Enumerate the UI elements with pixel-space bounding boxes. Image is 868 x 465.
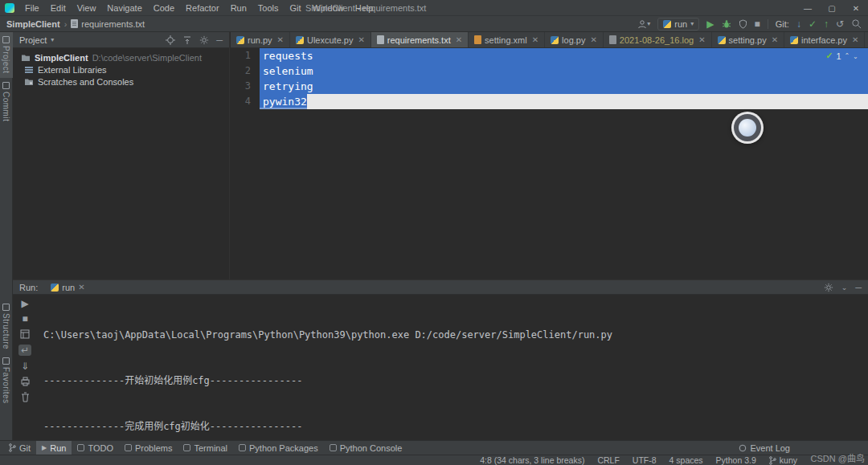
soft-wrap-icon[interactable]: ↵ [18, 345, 31, 356]
project-panel-header: Project ▾ ─ [13, 32, 229, 48]
tab-2021-08-26-log[interactable]: 2021-08-26_16.log ✕ [604, 32, 712, 47]
status-bar: 4:8 (34 chars, 3 line breaks) CRLF UTF-8… [0, 455, 868, 465]
stripe-favorites-button[interactable]: Favorites [0, 353, 13, 408]
stop-button[interactable]: ■ [755, 19, 760, 29]
text-editor[interactable]: 1 requests 2 selenium 3 retrying 4 pywin… [231, 48, 868, 279]
hide-panel-icon[interactable]: ─ [216, 35, 223, 45]
coverage-button[interactable] [739, 19, 747, 29]
tab-requirements-txt[interactable]: requirements.txt ✕ [371, 32, 469, 47]
tab-interface-py[interactable]: interface.py ✕ [784, 32, 865, 47]
editor-line[interactable]: 2 selenium [231, 63, 868, 79]
project-root-name: SimpleClient [35, 53, 88, 63]
tree-item-project-root[interactable]: SimpleClient D:\code\server\SimpleClient [13, 51, 229, 63]
toolwindow-git-button[interactable]: Git [3, 441, 36, 455]
editor-line[interactable]: 3 retrying [231, 79, 868, 94]
close-tab-icon[interactable]: ✕ [456, 35, 462, 44]
toolwindow-python-packages-button[interactable]: Python Packages [233, 441, 324, 455]
stripe-project-button[interactable]: Project [0, 32, 13, 78]
prev-problem-icon[interactable]: ⌃ [845, 52, 850, 59]
run-toolbar: ▾ run ▾ ▶ ■ Git: ↓ ✓ ↑ ↺ [637, 18, 862, 31]
tab-label: setting.xml [485, 35, 527, 45]
run-button[interactable]: ▶ [706, 19, 714, 29]
close-tab-icon[interactable]: ✕ [590, 35, 596, 44]
locate-file-icon[interactable] [166, 35, 175, 45]
next-problem-icon[interactable]: ⌃ [853, 52, 858, 59]
close-tab-icon[interactable]: ✕ [277, 35, 284, 44]
python-config-icon [663, 20, 671, 28]
tab-ulexcute-py[interactable]: Ulexcute.py ✕ [290, 32, 371, 47]
editor-line[interactable]: 1 requests [231, 48, 868, 63]
minimize-button[interactable]: — [796, 0, 820, 16]
tab-log-py[interactable]: log.py ✕ [545, 32, 604, 47]
close-tab-icon[interactable]: ✕ [532, 35, 538, 44]
print-icon[interactable] [20, 377, 31, 386]
close-tab-icon[interactable]: ✕ [78, 283, 84, 292]
window-controls: — ▢ ✕ [796, 0, 868, 16]
settings-gear-icon[interactable] [199, 35, 209, 45]
menu-view[interactable]: View [72, 0, 102, 16]
collapse-all-icon[interactable] [182, 35, 192, 45]
toolwindow-terminal-button[interactable]: Terminal [178, 441, 233, 455]
event-log-button[interactable]: Event Log [733, 441, 796, 455]
run-console-output[interactable]: C:\Users\taoj\AppData\Local\Programs\Pyt… [37, 295, 868, 440]
close-tab-icon[interactable]: ✕ [358, 35, 364, 44]
run-configuration-select[interactable]: run ▾ [657, 18, 699, 31]
close-button[interactable]: ✕ [844, 0, 868, 16]
user-account-icon[interactable]: ▾ [637, 19, 650, 29]
menu-navigate[interactable]: Navigate [101, 0, 147, 16]
menu-run[interactable]: Run [225, 0, 252, 16]
git-commit-icon[interactable]: ✓ [809, 19, 817, 29]
toolwindow-todo-button[interactable]: TODO [72, 441, 119, 455]
close-tab-icon[interactable]: ✕ [698, 35, 705, 44]
stripe-structure-button[interactable]: Structure [0, 300, 13, 353]
git-rollback-icon[interactable]: ↺ [836, 19, 844, 29]
tab-setting-xml[interactable]: setting.xml ✕ [469, 32, 545, 47]
text-file-icon [71, 19, 78, 28]
interpreter-widget[interactable]: Python 3.9 [716, 455, 756, 465]
menu-tools[interactable]: Tools [252, 0, 285, 16]
line-separator-widget[interactable]: CRLF [597, 455, 619, 465]
debug-button[interactable] [722, 19, 731, 29]
stop-icon[interactable]: ■ [22, 314, 27, 324]
menu-refactor[interactable]: Refactor [180, 0, 225, 16]
tab-label: 2021-08-26_16.log [620, 35, 694, 45]
menu-code[interactable]: Code [148, 0, 180, 16]
git-branch-widget[interactable]: kuny [769, 455, 797, 465]
console-line: C:\Users\taoj\AppData\Local\Programs\Pyt… [43, 328, 862, 343]
scroll-to-end-icon[interactable]: ⇓ [21, 361, 29, 371]
toolwindow-run-button[interactable]: ▶ Run [36, 441, 72, 455]
close-tab-icon[interactable]: ✕ [772, 35, 778, 44]
menu-edit[interactable]: Edit [45, 0, 72, 16]
project-panel-title[interactable]: Project [19, 35, 47, 45]
breadcrumb-project[interactable]: SimpleClient [6, 19, 60, 29]
git-push-icon[interactable]: ↑ [824, 19, 829, 29]
tab-run-py[interactable]: run.py ✕ [231, 32, 290, 47]
stripe-commit-button[interactable]: Commit [0, 78, 13, 125]
collapse-panel-icon[interactable]: ⌄ [841, 283, 848, 292]
toolwindow-python-console-button[interactable]: Python Console [324, 441, 408, 455]
hide-panel-icon[interactable]: ─ [855, 283, 862, 292]
menu-file[interactable]: File [19, 0, 45, 16]
menu-git[interactable]: Git [285, 0, 307, 16]
toolwindow-problems-button[interactable]: Problems [119, 441, 178, 455]
restore-layout-icon[interactable] [20, 329, 30, 339]
breadcrumb-file[interactable]: requirements.txt [81, 19, 145, 29]
maximize-button[interactable]: ▢ [820, 0, 844, 16]
tree-item-external-libraries[interactable]: External Libraries [13, 63, 229, 75]
tree-item-scratches[interactable]: Scratches and Consoles [13, 75, 229, 88]
indent-widget[interactable]: 4 spaces [669, 455, 703, 465]
clear-console-icon[interactable] [21, 392, 30, 402]
caret-position-widget[interactable]: 4:8 (34 chars, 3 line breaks) [480, 455, 584, 465]
close-tab-icon[interactable]: ✕ [852, 35, 858, 44]
rerun-icon[interactable]: ▶ [21, 299, 28, 308]
tab-label: requirements.txt [387, 35, 451, 45]
inspection-widget[interactable]: ✓ 1 ⌃ ⌃ [825, 51, 858, 61]
editor-line-caret[interactable]: 4 pywin32 [231, 94, 868, 109]
tab-label: log.py [562, 35, 585, 45]
encoding-widget[interactable]: UTF-8 [633, 455, 657, 465]
run-console-tab[interactable]: run ✕ [46, 280, 89, 294]
tab-setting-py[interactable]: setting.py ✕ [712, 32, 784, 47]
settings-gear-icon[interactable] [824, 283, 833, 292]
git-update-icon[interactable]: ↓ [796, 19, 801, 29]
search-everywhere-icon[interactable] [851, 18, 862, 29]
